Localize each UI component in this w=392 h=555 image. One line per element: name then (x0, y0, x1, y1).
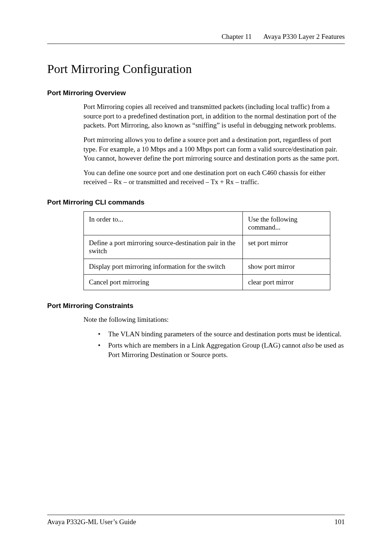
cli-table: In order to... Use the following command… (83, 211, 330, 290)
constraints-heading: Port Mirroring Constraints (47, 302, 345, 310)
list-item: Ports which are members in a Link Aggreg… (98, 341, 345, 359)
overview-p1: Port Mirroring copies all received and t… (47, 102, 345, 130)
table-header-cell: Use the following command... (243, 212, 330, 235)
top-rule (47, 44, 345, 44)
section-overview: Port Mirroring Overview Port Mirroring c… (47, 89, 345, 187)
running-head-chapter: Chapter 11 (221, 33, 252, 41)
cli-heading: Port Mirroring CLI commands (47, 198, 345, 206)
table-cell: show port mirror (243, 259, 330, 275)
table-cell: Display port mirroring information for t… (84, 259, 243, 275)
table-row: Cancel port mirroring clear port mirror (84, 275, 330, 290)
page-title: Port Mirroring Configuration (47, 62, 345, 76)
footer-page-number: 101 (335, 518, 345, 526)
overview-p2: Port mirroring allows you to define a so… (47, 135, 345, 163)
list-item-text-em: also (302, 341, 314, 349)
running-head: Chapter 11 Avaya P330 Layer 2 Features (47, 33, 345, 41)
table-cell: Define a port mirroring source-destinati… (84, 235, 243, 259)
list-item: The VLAN binding parameters of the sourc… (98, 329, 345, 339)
section-constraints: Port Mirroring Constraints Note the foll… (47, 302, 345, 360)
footer-row: Avaya P332G-ML User’s Guide 101 (47, 518, 345, 526)
table-cell: clear port mirror (243, 275, 330, 290)
running-head-title: Avaya P330 Layer 2 Features (264, 33, 345, 41)
bottom-rule (47, 515, 345, 515)
overview-p3: You can define one source port and one d… (47, 168, 345, 187)
table-cell: set port mirror (243, 235, 330, 259)
table-row: In order to... Use the following command… (84, 212, 330, 235)
table-cell: Cancel port mirroring (84, 275, 243, 290)
constraints-list: The VLAN binding parameters of the sourc… (47, 329, 345, 360)
table-row: Display port mirroring information for t… (84, 259, 330, 275)
table-header-cell: In order to... (84, 212, 243, 235)
footer-left: Avaya P332G-ML User’s Guide (47, 518, 136, 526)
list-item-text: The VLAN binding parameters of the sourc… (108, 330, 342, 338)
section-cli: Port Mirroring CLI commands In order to.… (47, 198, 345, 290)
list-item-text-pre: Ports which are members in a Link Aggreg… (108, 341, 302, 349)
footer: Avaya P332G-ML User’s Guide 101 (47, 515, 345, 526)
page: Chapter 11 Avaya P330 Layer 2 Features P… (0, 0, 392, 555)
constraints-intro: Note the following limitations: (47, 315, 345, 324)
table-row: Define a port mirroring source-destinati… (84, 235, 330, 259)
overview-heading: Port Mirroring Overview (47, 89, 345, 97)
